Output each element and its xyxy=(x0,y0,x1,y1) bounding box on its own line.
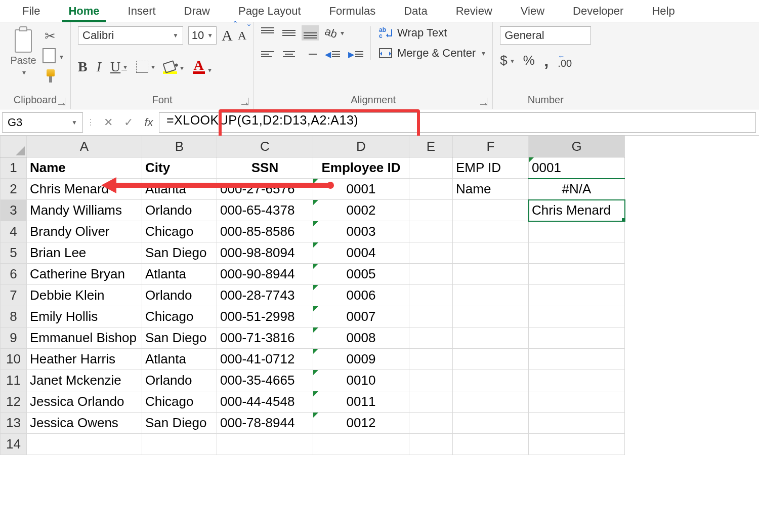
cell-selected[interactable]: Chris Menard xyxy=(529,200,625,221)
row-header[interactable]: 3 xyxy=(1,200,27,221)
align-bottom-icon[interactable] xyxy=(304,27,317,38)
cell[interactable] xyxy=(453,221,529,242)
cell[interactable]: 0007 xyxy=(313,306,409,328)
increase-decimal-button[interactable]: ←.00 xyxy=(558,54,572,67)
cell[interactable]: Brandy Oliver xyxy=(27,221,142,242)
cell[interactable]: Catherine Bryan xyxy=(27,264,142,285)
row-header[interactable]: 12 xyxy=(1,391,27,413)
cell[interactable]: SSN xyxy=(217,157,313,179)
cell[interactable] xyxy=(453,434,529,455)
cell[interactable] xyxy=(453,264,529,285)
cell[interactable] xyxy=(529,434,625,455)
align-center-icon[interactable] xyxy=(282,49,296,60)
tab-file[interactable]: File xyxy=(9,1,53,22)
borders-button[interactable]: ▾ xyxy=(136,61,155,73)
cell[interactable] xyxy=(529,221,625,242)
dialog-launcher-icon[interactable] xyxy=(480,98,487,105)
cell[interactable] xyxy=(409,370,453,391)
cell[interactable]: 0010 xyxy=(313,370,409,391)
cell[interactable] xyxy=(453,349,529,370)
comma-format-button[interactable]: , xyxy=(544,57,549,64)
cell[interactable]: Mandy Williams xyxy=(27,200,142,221)
cell[interactable] xyxy=(409,200,453,221)
accounting-format-button[interactable]: $▾ xyxy=(500,53,514,68)
number-format-combo[interactable]: General xyxy=(500,26,591,45)
cell[interactable]: Brian Lee xyxy=(27,242,142,264)
cell[interactable]: Name xyxy=(453,179,529,200)
enter-formula-button[interactable]: ✓ xyxy=(118,116,139,129)
cell[interactable] xyxy=(217,434,313,455)
increase-font-icon[interactable]: A xyxy=(222,27,233,44)
row-header[interactable]: 7 xyxy=(1,285,27,306)
cell[interactable]: Atlanta xyxy=(142,179,217,200)
cell[interactable]: Atlanta xyxy=(142,349,217,370)
tab-view[interactable]: View xyxy=(508,1,558,22)
cell[interactable]: 000-28-7743 xyxy=(217,285,313,306)
cell[interactable]: 000-85-8586 xyxy=(217,221,313,242)
cell[interactable] xyxy=(409,328,453,349)
cell[interactable]: 0008 xyxy=(313,328,409,349)
col-header-C[interactable]: C xyxy=(217,136,313,157)
cell[interactable] xyxy=(453,370,529,391)
name-box[interactable]: G3▼ xyxy=(2,112,83,133)
cell[interactable]: 000-44-4548 xyxy=(217,391,313,413)
cell[interactable] xyxy=(529,242,625,264)
row-header[interactable]: 8 xyxy=(1,306,27,328)
cell[interactable]: 0006 xyxy=(313,285,409,306)
cell[interactable] xyxy=(529,413,625,434)
percent-format-button[interactable]: % xyxy=(523,53,535,68)
cell[interactable]: San Diego xyxy=(142,328,217,349)
increase-indent-button[interactable]: ▶ xyxy=(348,50,363,59)
cell[interactable]: 0003 xyxy=(313,221,409,242)
italic-button[interactable]: I xyxy=(97,59,101,75)
row-header[interactable]: 6 xyxy=(1,264,27,285)
row-header[interactable]: 13 xyxy=(1,413,27,434)
cell[interactable]: Emmanuel Bishop xyxy=(27,328,142,349)
cell[interactable] xyxy=(409,391,453,413)
align-left-icon[interactable] xyxy=(261,49,274,60)
cell[interactable] xyxy=(453,328,529,349)
col-header-B[interactable]: B xyxy=(142,136,217,157)
cell[interactable] xyxy=(529,328,625,349)
cell[interactable]: Jessica Owens xyxy=(27,413,142,434)
align-top-icon[interactable] xyxy=(261,27,274,38)
font-color-button[interactable]: A▾ xyxy=(193,60,212,73)
cell[interactable]: 0001 xyxy=(529,157,625,179)
cell[interactable]: Chicago xyxy=(142,306,217,328)
decrease-font-icon[interactable]: A xyxy=(238,29,246,43)
tab-draw[interactable]: Draw xyxy=(171,1,223,22)
cell[interactable]: Orlando xyxy=(142,200,217,221)
cell[interactable]: Chris Menard xyxy=(27,179,142,200)
cell[interactable]: Orlando xyxy=(142,285,217,306)
cell[interactable] xyxy=(409,413,453,434)
cell[interactable]: San Diego xyxy=(142,413,217,434)
cell[interactable]: Janet Mckenzie xyxy=(27,370,142,391)
dialog-launcher-icon[interactable] xyxy=(58,98,65,105)
cell[interactable]: Atlanta xyxy=(142,264,217,285)
cell[interactable] xyxy=(529,285,625,306)
cell[interactable]: 0011 xyxy=(313,391,409,413)
row-header[interactable]: 14 xyxy=(1,434,27,455)
cell[interactable] xyxy=(409,434,453,455)
format-painter-button[interactable] xyxy=(45,69,63,83)
tab-insert[interactable]: Insert xyxy=(115,1,169,22)
font-name-combo[interactable]: Calibri▼ xyxy=(78,26,183,45)
row-header[interactable]: 2 xyxy=(1,179,27,200)
cell[interactable] xyxy=(409,179,453,200)
formula-input[interactable]: =XLOOKUP(G1,D2:D13,A2:A13) xyxy=(159,112,756,133)
cell[interactable]: Orlando xyxy=(142,370,217,391)
cell[interactable] xyxy=(409,349,453,370)
spreadsheet-grid[interactable]: A B C D E F G 1 Name City SSN Employee I… xyxy=(0,136,759,455)
cut-button[interactable]: ✂ xyxy=(45,28,63,44)
cell[interactable] xyxy=(529,370,625,391)
cell[interactable] xyxy=(409,264,453,285)
cell[interactable]: 000-51-2998 xyxy=(217,306,313,328)
cell[interactable]: 000-27-6576 xyxy=(217,179,313,200)
cell[interactable]: Debbie Klein xyxy=(27,285,142,306)
col-header-F[interactable]: F xyxy=(453,136,529,157)
cell[interactable]: City xyxy=(142,157,217,179)
cell[interactable]: Heather Harris xyxy=(27,349,142,370)
row-header[interactable]: 11 xyxy=(1,370,27,391)
tab-review[interactable]: Review xyxy=(443,1,505,22)
cancel-formula-button[interactable]: ✕ xyxy=(98,116,118,129)
